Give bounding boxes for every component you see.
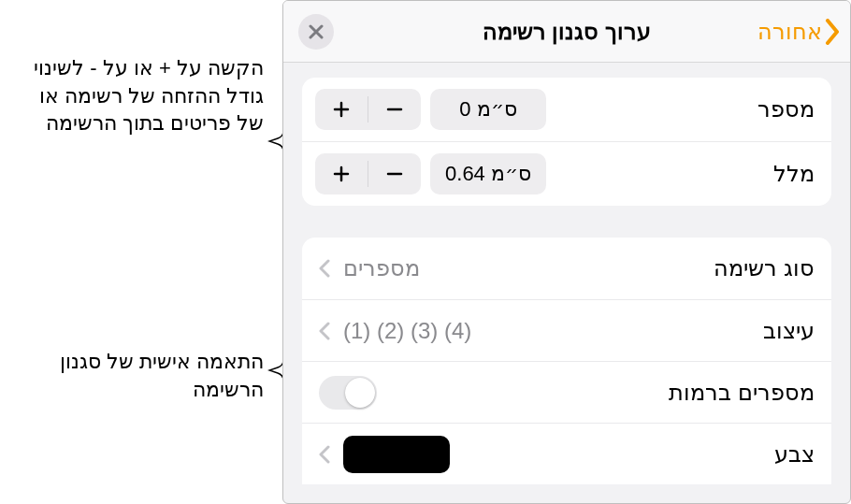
format-value: (1) (2) (3) (4) xyxy=(343,318,471,344)
text-indent-decrement[interactable] xyxy=(368,153,421,194)
list-type-label: סוג רשימה xyxy=(714,255,815,281)
format-row[interactable]: עיצוב (1) (2) (3) (4) xyxy=(302,299,831,361)
plus-icon xyxy=(333,166,350,182)
chevron-left-icon xyxy=(319,445,330,464)
panel-header: אחורה ערוך סגנון רשימה xyxy=(283,1,850,63)
list-style-group: סוג רשימה מספרים עיצוב (1) (2) (3) (4) xyxy=(302,238,831,484)
close-icon xyxy=(309,24,324,39)
text-indent-row: מלל 0.64 ס״מ xyxy=(302,141,831,206)
number-indent-value: 0 ס״מ xyxy=(430,89,546,130)
tiered-numbers-row: מספרים ברמות xyxy=(302,361,831,423)
number-indent-increment[interactable] xyxy=(315,89,368,130)
chevron-left-icon xyxy=(319,259,330,278)
indent-steppers-group: מספר 0 ס״מ מלל 0.64 ס״מ xyxy=(302,78,831,206)
color-row[interactable]: צבע xyxy=(302,423,831,484)
text-indent-increment[interactable] xyxy=(315,153,368,194)
color-label: צבע xyxy=(774,441,815,468)
stepper-divider xyxy=(368,96,368,122)
toggle-knob xyxy=(345,378,375,408)
back-button[interactable]: אחורה xyxy=(757,1,839,62)
tiered-numbers-toggle[interactable] xyxy=(319,376,377,410)
text-indent-label: מלל xyxy=(773,161,815,187)
edit-list-style-panel: אחורה ערוך סגנון רשימה מספר 0 ס״מ xyxy=(282,0,851,504)
callout-indent-stepper: הקשה על + או על - לשינוי גודל ההזחה של ר… xyxy=(9,54,264,137)
number-indent-stepper xyxy=(315,89,421,130)
stepper-divider xyxy=(368,161,368,187)
tiered-numbers-label: מספרים ברמות xyxy=(669,380,815,406)
list-type-value: מספרים xyxy=(343,255,420,281)
plus-icon xyxy=(333,101,350,118)
chevron-right-icon xyxy=(824,19,839,45)
number-indent-label: מספר xyxy=(757,96,815,122)
list-type-row[interactable]: סוג רשימה מספרים xyxy=(302,238,831,299)
minus-icon xyxy=(386,166,403,182)
text-indent-stepper xyxy=(315,153,421,194)
panel-title: ערוך סגנון רשימה xyxy=(483,19,651,45)
chevron-left-icon xyxy=(319,322,330,340)
text-indent-value: 0.64 ס״מ xyxy=(430,153,546,194)
number-indent-row: מספר 0 ס״מ xyxy=(302,78,831,141)
format-label: עיצוב xyxy=(763,318,815,344)
minus-icon xyxy=(386,101,403,118)
close-button[interactable] xyxy=(298,14,334,50)
color-swatch xyxy=(343,436,450,473)
back-label: אחורה xyxy=(757,19,822,45)
number-indent-decrement[interactable] xyxy=(368,89,421,130)
callout-style-customize: התאמה אישית של סגנון הרשימה xyxy=(9,348,264,403)
